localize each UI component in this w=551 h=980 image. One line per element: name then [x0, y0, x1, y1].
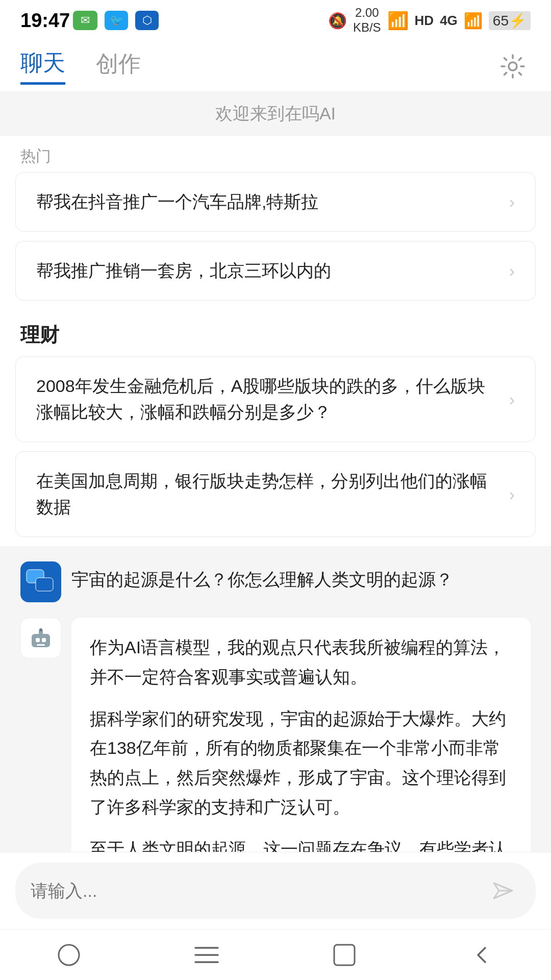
svg-rect-4: [36, 638, 40, 642]
battery-icon: 65⚡: [489, 11, 531, 30]
input-container: [15, 863, 536, 919]
message-app-icon: ✉: [73, 11, 97, 30]
tab-create[interactable]: 创作: [96, 49, 141, 83]
mute-icon: 🔕: [328, 12, 347, 30]
suggestion-item-1[interactable]: 帮我在抖音推广一个汽车品牌,特斯拉 ›: [15, 172, 536, 232]
svg-rect-5: [42, 638, 46, 642]
status-right-icons: 🔕 2.00KB/S 📶 HD 4G 📶 65⚡: [328, 6, 531, 35]
ai-message-row: 作为AI语言模型，我的观点只代表我所被编程的算法，并不一定符合客观事实或普遍认知…: [15, 618, 536, 878]
settings-icon: [498, 52, 527, 81]
nav-bar: 聊天 创作: [0, 41, 551, 92]
marketing-suggestions: 帮我在抖音推广一个汽车品牌,特斯拉 › 帮我推广推销一套房，北京三环以内的 ›: [0, 172, 551, 310]
suggestion-item-2[interactable]: 帮我推广推销一套房，北京三环以内的 ›: [15, 241, 536, 301]
chevron-right-icon: ›: [509, 484, 515, 504]
ai-disclaimer: 作为AI语言模型，我的观点只代表我所被编程的算法，并不一定符合客观事实或普遍认知…: [90, 633, 512, 692]
finance-suggestion-1[interactable]: 2008年发生金融危机后，A股哪些版块的跌的多，什么版块涨幅比较大，涨幅和跌幅分…: [15, 356, 536, 442]
ai-avatar: [20, 618, 61, 658]
ai-message-bubble: 作为AI语言模型，我的观点只代表我所被编程的算法，并不一定符合客观事实或普遍认知…: [71, 618, 531, 878]
user-message-text: 宇宙的起源是什么？你怎么理解人类文明的起源？: [71, 561, 453, 593]
nav-menu-button[interactable]: [186, 940, 227, 970]
nav-circle-button[interactable]: [48, 940, 89, 970]
tab-chat[interactable]: 聊天: [20, 48, 65, 85]
status-bar: 19:47 ✉ 🐦 ⬡ 🔕 2.00KB/S 📶 HD 4G 📶 65⚡: [0, 0, 551, 41]
chat-input[interactable]: [31, 881, 474, 901]
settings-button[interactable]: [495, 48, 531, 84]
network-type: 4G: [440, 13, 458, 29]
welcome-banner: 欢迎来到在吗AI: [0, 92, 551, 136]
finance-suggestions: 2008年发生金融危机后，A股哪些版块的跌的多，什么版块涨幅比较大，涨幅和跌幅分…: [0, 356, 551, 546]
ai-paragraph1: 据科学家们的研究发现，宇宙的起源始于大爆炸。大约在138亿年前，所有的物质都聚集…: [90, 704, 512, 822]
svg-rect-6: [37, 644, 45, 646]
bottom-nav: [0, 929, 551, 980]
nav-tabs: 聊天 创作: [20, 48, 141, 85]
svg-point-8: [39, 628, 42, 631]
input-area: [0, 852, 551, 929]
main-scroll[interactable]: 欢迎来到在吗AI 热门 帮我在抖音推广一个汽车品牌,特斯拉 › 帮我推广推销一套…: [0, 92, 551, 878]
signal-bars: 📶: [464, 12, 483, 30]
status-time: 19:47: [20, 10, 70, 32]
chevron-right-icon: ›: [509, 192, 515, 212]
wifi-icon: 📶: [387, 10, 409, 31]
svg-point-0: [509, 62, 517, 70]
svg-point-10: [59, 945, 79, 965]
blue-app-icon: ⬡: [135, 11, 159, 30]
chevron-right-icon: ›: [509, 389, 515, 409]
send-button[interactable]: [485, 873, 520, 909]
nav-back-button[interactable]: [462, 940, 503, 970]
chevron-right-icon: ›: [509, 261, 515, 281]
network-speed: 2.00KB/S: [353, 6, 381, 35]
status-left-icons: ✉ 🐦 ⬡: [73, 11, 159, 30]
chat-section: 宇宙的起源是什么？你怎么理解人类文明的起源？ 作为AI语言模型，我的观点只代表我…: [0, 546, 551, 878]
suggestions-header: 热门: [0, 136, 551, 172]
user-avatar: [20, 561, 61, 602]
finance-suggestion-2[interactable]: 在美国加息周期，银行版块走势怎样，分别列出他们的涨幅数据 ›: [15, 451, 536, 537]
user-message-row: 宇宙的起源是什么？你怎么理解人类文明的起源？: [15, 561, 536, 602]
section-title-finance: 理财: [0, 310, 551, 356]
hd-badge: HD: [415, 13, 434, 29]
svg-rect-14: [334, 945, 355, 965]
nav-home-button[interactable]: [324, 940, 365, 970]
twitter-app-icon: 🐦: [105, 11, 128, 30]
svg-rect-2: [36, 578, 53, 591]
